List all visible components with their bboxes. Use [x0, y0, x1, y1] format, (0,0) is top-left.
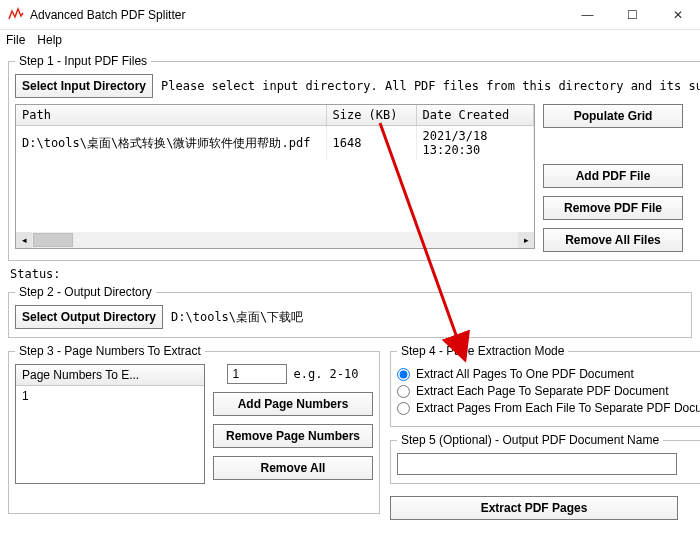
add-pdf-file-button[interactable]: Add PDF File: [543, 164, 683, 188]
minimize-button[interactable]: —: [565, 0, 610, 30]
radio-extract-all[interactable]: Extract All Pages To One PDF Document: [397, 367, 700, 381]
list-header: Page Numbers To E...: [16, 365, 204, 386]
page-numbers-list[interactable]: Page Numbers To E... 1: [15, 364, 205, 484]
table-row[interactable]: D:\tools\桌面\格式转换\微讲师软件使用帮助.pdf 1648 2021…: [16, 126, 534, 161]
step3-group: Step 3 - Page Numbers To Extract Page Nu…: [8, 344, 380, 514]
step1-legend: Step 1 - Input PDF Files: [15, 54, 151, 68]
step2-legend: Step 2 - Output Directory: [15, 285, 156, 299]
col-path[interactable]: Path: [16, 105, 326, 126]
select-input-directory-button[interactable]: Select Input Directory: [15, 74, 153, 98]
remove-all-page-numbers-button[interactable]: Remove All: [213, 456, 373, 480]
maximize-button[interactable]: ☐: [610, 0, 655, 30]
radio-extract-each[interactable]: Extract Each Page To Separate PDF Docume…: [397, 384, 700, 398]
files-table[interactable]: Path Size (KB) Date Created D:\tools\桌面\…: [15, 104, 535, 249]
radio-extract-from-each[interactable]: Extract Pages From Each File To Separate…: [397, 401, 700, 415]
page-number-input[interactable]: [227, 364, 287, 384]
scroll-right-icon[interactable]: ▸: [518, 232, 534, 248]
step4-group: Step 4 - Page Extraction Mode Extract Al…: [390, 344, 700, 427]
window-title: Advanced Batch PDF Splitter: [30, 8, 565, 22]
radio-extract-all-input[interactable]: [397, 368, 410, 381]
populate-grid-button[interactable]: Populate Grid: [543, 104, 683, 128]
output-path: D:\tools\桌面\下载吧: [171, 309, 303, 326]
title-bar: Advanced Batch PDF Splitter — ☐ ✕: [0, 0, 700, 30]
radio-extract-each-input[interactable]: [397, 385, 410, 398]
menu-help[interactable]: Help: [37, 33, 62, 47]
remove-page-numbers-button[interactable]: Remove Page Numbers: [213, 424, 373, 448]
remove-all-files-button[interactable]: Remove All Files: [543, 228, 683, 252]
col-size[interactable]: Size (KB): [326, 105, 416, 126]
scroll-thumb[interactable]: [33, 233, 73, 247]
page-eg: e.g. 2-10: [293, 367, 358, 381]
select-output-directory-button[interactable]: Select Output Directory: [15, 305, 163, 329]
step1-group: Step 1 - Input PDF Files Select Input Di…: [8, 54, 700, 261]
extract-pdf-pages-button[interactable]: Extract PDF Pages: [390, 496, 678, 520]
horizontal-scrollbar[interactable]: ◂ ▸: [16, 232, 534, 248]
menu-file[interactable]: File: [6, 33, 25, 47]
output-name-input[interactable]: [397, 453, 677, 475]
add-page-numbers-button[interactable]: Add Page Numbers: [213, 392, 373, 416]
close-button[interactable]: ✕: [655, 0, 700, 30]
remove-pdf-file-button[interactable]: Remove PDF File: [543, 196, 683, 220]
step5-group: Step 5 (Optional) - Output PDF Document …: [390, 433, 700, 484]
step5-legend: Step 5 (Optional) - Output PDF Document …: [397, 433, 663, 447]
list-item[interactable]: 1: [16, 386, 204, 406]
scroll-left-icon[interactable]: ◂: [16, 232, 32, 248]
radio-extract-from-each-input[interactable]: [397, 402, 410, 415]
menu-bar: File Help: [0, 30, 700, 50]
app-icon: [8, 7, 24, 23]
input-hint: Please select input directory. All PDF f…: [161, 79, 700, 93]
step4-legend: Step 4 - Page Extraction Mode: [397, 344, 568, 358]
step3-legend: Step 3 - Page Numbers To Extract: [15, 344, 205, 358]
col-date[interactable]: Date Created: [416, 105, 534, 126]
step2-group: Step 2 - Output Directory Select Output …: [8, 285, 692, 338]
status-label: Status:: [10, 267, 692, 281]
